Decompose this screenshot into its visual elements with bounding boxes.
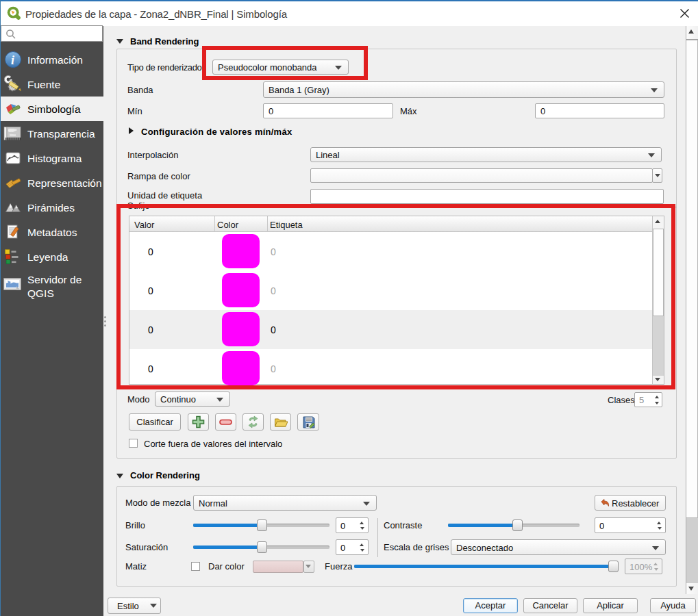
svg-text:i: i (11, 53, 14, 67)
